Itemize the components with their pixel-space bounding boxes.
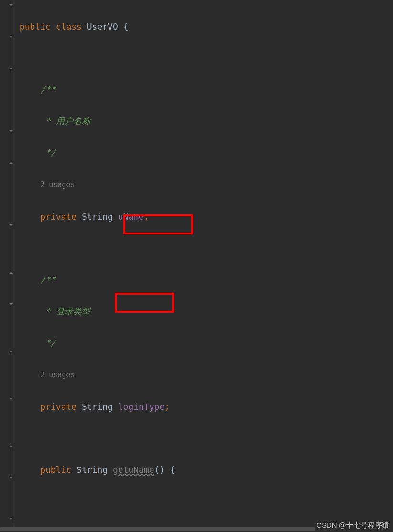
code-line[interactable]: public String getuName() { xyxy=(14,462,393,478)
code-line[interactable]: private String loginType; xyxy=(14,399,393,415)
code-line[interactable] xyxy=(14,50,393,66)
code-line[interactable]: private String uName; xyxy=(14,209,393,224)
fold-open-icon[interactable] xyxy=(8,223,14,228)
fold-close-icon[interactable] xyxy=(8,444,14,448)
doc-comment: */ xyxy=(40,148,56,158)
keyword-private: private xyxy=(40,212,76,222)
brace-open: { xyxy=(123,21,129,32)
doc-comment: * 登录类型 xyxy=(40,306,90,316)
code-line[interactable] xyxy=(14,493,393,509)
keyword-class: class xyxy=(56,21,82,32)
keyword-private: private xyxy=(40,402,76,412)
parentheses: () xyxy=(154,465,165,475)
code-line[interactable]: * 登录类型 xyxy=(14,303,393,319)
fold-open-icon[interactable] xyxy=(8,475,14,480)
field-logintype: loginType xyxy=(118,402,165,412)
fold-guide-line xyxy=(11,0,11,517)
doc-comment: /** xyxy=(40,275,56,285)
field-uname: uName xyxy=(118,212,144,222)
type-string: String xyxy=(82,212,113,222)
fold-open-icon[interactable] xyxy=(8,396,14,401)
fold-close-icon[interactable] xyxy=(8,270,14,275)
code-line[interactable]: * 用户名称 xyxy=(14,113,393,129)
fold-open-icon[interactable] xyxy=(8,34,14,39)
semicolon: ; xyxy=(164,402,170,412)
keyword-public: public xyxy=(20,21,51,32)
gutter xyxy=(0,0,14,532)
code-line[interactable]: /** xyxy=(14,82,393,97)
doc-comment: */ xyxy=(40,338,56,348)
doc-comment: * 用户名称 xyxy=(40,116,90,126)
semicolon: ; xyxy=(144,212,149,222)
code-line[interactable]: */ xyxy=(14,145,393,160)
code-line[interactable]: public class UserVO { xyxy=(14,19,393,34)
fold-open-icon[interactable] xyxy=(8,3,14,8)
code-line[interactable]: 2 usages xyxy=(14,176,393,193)
code-line[interactable] xyxy=(14,430,393,446)
class-name: UserVO xyxy=(87,21,118,32)
method-getuname: getuName xyxy=(113,465,154,475)
brace-open: { xyxy=(170,465,175,475)
code-line[interactable]: */ xyxy=(14,335,393,351)
code-editor[interactable]: public class UserVO { /** * 用户名称 */ 2 us… xyxy=(0,0,393,532)
fold-open-icon[interactable] xyxy=(8,129,14,134)
fold-close-icon[interactable] xyxy=(8,66,14,71)
code-line[interactable] xyxy=(14,240,393,256)
code-line[interactable]: /** xyxy=(14,272,393,287)
fold-open-icon[interactable] xyxy=(8,516,14,521)
usages-hint[interactable]: 2 usages xyxy=(40,181,75,189)
fold-close-icon[interactable] xyxy=(8,160,14,165)
type-string: String xyxy=(82,402,113,412)
doc-comment: /** xyxy=(40,85,56,95)
keyword-public: public xyxy=(40,465,71,475)
usages-hint[interactable]: 2 usages xyxy=(40,371,75,379)
type-string: String xyxy=(76,465,108,475)
scrollbar-thumb[interactable] xyxy=(0,527,315,531)
fold-open-icon[interactable] xyxy=(8,302,14,307)
code-line[interactable]: 2 usages xyxy=(14,366,393,383)
fold-close-icon[interactable] xyxy=(8,349,14,354)
code-area[interactable]: public class UserVO { /** * 用户名称 */ 2 us… xyxy=(14,0,393,532)
watermark-text: CSDN @十七号程序猿 xyxy=(317,521,389,530)
